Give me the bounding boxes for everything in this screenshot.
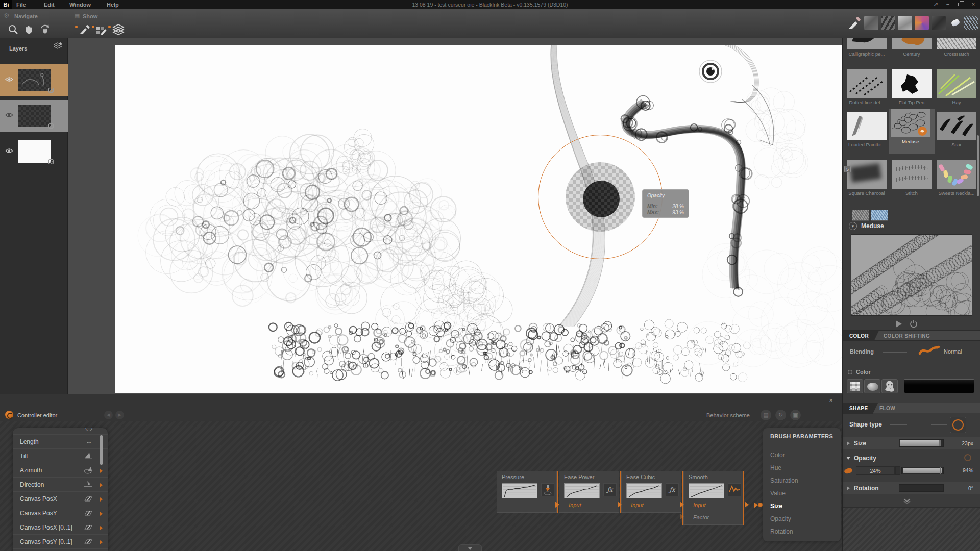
brush-style-tile-5[interactable]	[932, 16, 946, 30]
brush-preset[interactable]: Square Charcoal	[845, 160, 889, 199]
layer-visibility-eye-icon[interactable]	[5, 112, 13, 118]
layer-visibility-eye-icon[interactable]	[5, 148, 13, 154]
close-icon[interactable]: ×	[969, 0, 978, 9]
brush-preset[interactable]: Calligraphic pe...	[845, 38, 889, 60]
response-curve[interactable]	[689, 483, 724, 498]
node-smooth[interactable]: Smooth Input Factor	[683, 471, 744, 525]
restore-icon[interactable]	[955, 0, 965, 9]
reload-scheme-icon[interactable]: ↻	[775, 410, 786, 420]
brush-style-tile-1[interactable]	[864, 16, 878, 30]
layer-fx-icon[interactable]	[48, 88, 54, 93]
collapse-chevron-icon[interactable]: ▾	[849, 222, 857, 230]
brush-preset[interactable]: CrossHatch	[935, 38, 978, 60]
node-ease-power[interactable]: Ease Power ƒx Input	[559, 471, 619, 513]
brush-preset[interactable]: Sweets Neckla...	[935, 160, 978, 199]
show-brush-cursor-icon[interactable]	[79, 23, 91, 36]
brush-preset-selected[interactable]: Meduse	[889, 109, 935, 154]
rotate-view-icon[interactable]	[39, 23, 51, 36]
zoom-tool-icon[interactable]	[7, 23, 19, 36]
rotation-value[interactable]: 0°	[945, 485, 973, 491]
param-color[interactable]: Color	[770, 452, 831, 462]
blending-value[interactable]: Normal	[944, 348, 962, 355]
preview-play-icon[interactable]	[894, 319, 903, 329]
show-layers-icon[interactable]	[112, 23, 124, 36]
show-brush-palette-icon[interactable]	[95, 23, 108, 36]
input-row-length[interactable]: Length ↔	[13, 435, 108, 449]
swatch-grid-button[interactable]	[847, 379, 863, 393]
save-scheme-icon[interactable]: ▣	[790, 410, 801, 420]
brush-preset[interactable]: Flat Tip Pen	[890, 69, 934, 108]
eraser-tool-icon[interactable]	[948, 16, 963, 30]
blending-mode-icon[interactable]	[918, 344, 940, 357]
current-color-swatch[interactable]	[904, 379, 974, 393]
close-panel-icon[interactable]: ×	[827, 396, 835, 405]
input-row-canvas-posy[interactable]: Canvas PosY	[13, 507, 108, 520]
layer-fx-icon[interactable]	[48, 159, 54, 164]
tab-flow[interactable]: FLOW	[879, 403, 895, 414]
rotation-slider[interactable]	[899, 484, 944, 492]
collapse-arrow-icon[interactable]	[846, 457, 850, 460]
popout-icon[interactable]: ↗	[931, 0, 940, 9]
canvas[interactable]: Opacity Min: 28 % Max: 93 %	[115, 45, 842, 393]
node-pressure[interactable]: Pressure	[497, 471, 557, 513]
color-sphere-button[interactable]	[864, 379, 880, 393]
param-size[interactable]: Size	[770, 503, 831, 513]
brush-preset[interactable]: Scar	[935, 112, 978, 151]
history-forward-icon[interactable]: ▶	[115, 411, 124, 419]
layer-item-1[interactable]	[0, 64, 68, 96]
brush-preset[interactable]: Century	[890, 38, 934, 60]
opacity-max-value[interactable]: 94%	[946, 467, 973, 473]
menu-window[interactable]: Window	[69, 0, 91, 9]
node-ease-cubic[interactable]: Ease Cubic ƒx Input	[621, 471, 681, 513]
param-hue[interactable]: Hue	[770, 464, 831, 474]
opacity-link-icon[interactable]	[964, 454, 971, 461]
input-row-partial[interactable]: ◯	[13, 428, 108, 435]
tab-color[interactable]: COLOR	[843, 331, 874, 341]
open-scheme-icon[interactable]: ▤	[761, 410, 771, 420]
brush-preset[interactable]: Dotted line def...	[845, 69, 889, 108]
layer-fx-icon[interactable]	[48, 123, 54, 129]
expand-arrow-icon[interactable]	[847, 441, 850, 445]
brush-variant-thumb[interactable]	[852, 210, 869, 221]
param-saturation[interactable]: Saturation	[770, 477, 831, 487]
input-row-direction[interactable]: Direction	[13, 478, 108, 492]
minimize-icon[interactable]: −	[943, 0, 952, 9]
menu-edit[interactable]: Edit	[44, 0, 55, 9]
input-row-tilt[interactable]: Tilt	[13, 449, 108, 463]
panel-expander-icon[interactable]	[903, 498, 911, 504]
preset-scrollbar[interactable]	[977, 135, 979, 196]
input-row-canvas-posy01[interactable]: Canvas PosY [0..1]	[13, 535, 108, 549]
size-value[interactable]: 23px	[945, 440, 973, 446]
size-slider[interactable]	[899, 439, 944, 447]
menu-help[interactable]: Help	[107, 0, 119, 9]
response-curve[interactable]	[626, 483, 662, 498]
panel-resize-handle[interactable]	[458, 544, 482, 551]
brush-tool-icon[interactable]	[847, 16, 862, 30]
input-row-canvas-posx[interactable]: Canvas PosX	[13, 492, 108, 506]
add-layer-icon[interactable]	[54, 42, 63, 50]
pan-hand-icon[interactable]	[22, 23, 35, 36]
opacity-min-value[interactable]: 24%	[856, 466, 895, 475]
brush-preset[interactable]: Stitch	[890, 160, 934, 199]
input-list-scrollbar[interactable]	[100, 435, 103, 465]
response-curve[interactable]	[564, 483, 600, 498]
expand-arrow-icon[interactable]	[847, 486, 850, 490]
tab-shape[interactable]: SHAPE	[843, 403, 873, 414]
layer-item-2[interactable]	[0, 100, 68, 132]
response-curve[interactable]	[502, 483, 537, 498]
hatch-brush-tile[interactable]	[964, 16, 978, 30]
brush-style-tile-3[interactable]	[898, 16, 912, 30]
brush-style-tile-4[interactable]	[915, 16, 929, 30]
input-row-azimuth[interactable]: Azimuth	[13, 464, 108, 478]
brush-variant-thumb[interactable]	[871, 210, 888, 221]
reference-image-button[interactable]	[881, 379, 898, 393]
menu-file[interactable]: File	[16, 0, 26, 9]
param-value[interactable]: Value	[770, 490, 831, 500]
history-back-icon[interactable]: ◀	[104, 411, 113, 419]
layer-item-3[interactable]	[0, 136, 68, 167]
opacity-slider[interactable]	[901, 467, 944, 474]
param-rotation[interactable]: Rotation	[770, 528, 831, 538]
shape-type-button[interactable]	[950, 417, 966, 433]
input-row-canvas-posx01[interactable]: Canvas PosX [0..1]	[13, 521, 108, 535]
layer-visibility-eye-icon[interactable]	[5, 77, 13, 82]
